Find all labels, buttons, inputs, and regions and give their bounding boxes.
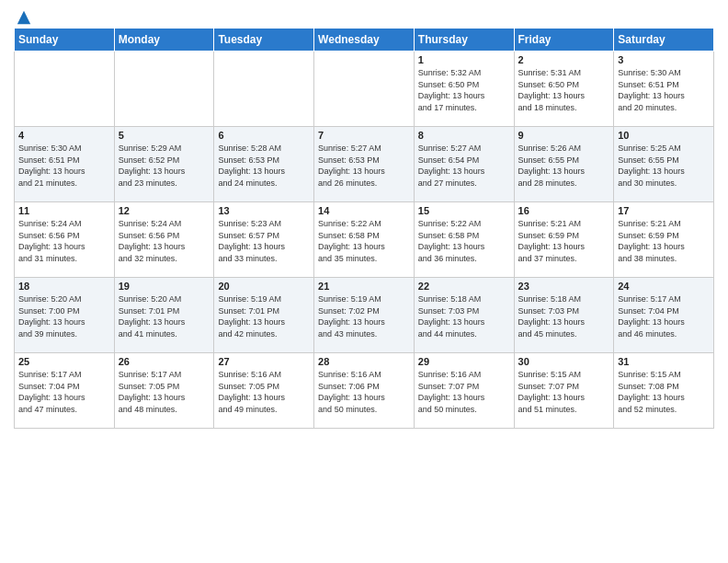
day-cell: 2Sunrise: 5:31 AM Sunset: 6:50 PM Daylig…	[514, 52, 614, 127]
day-cell: 31Sunrise: 5:15 AM Sunset: 7:08 PM Dayli…	[614, 353, 714, 429]
day-info: Sunrise: 5:20 AM Sunset: 7:00 PM Dayligh…	[18, 293, 110, 339]
day-cell: 24Sunrise: 5:17 AM Sunset: 7:04 PM Dayli…	[614, 278, 714, 353]
day-cell: 7Sunrise: 5:27 AM Sunset: 6:53 PM Daylig…	[314, 127, 415, 202]
day-cell	[314, 52, 415, 127]
logo-icon	[16, 9, 32, 26]
day-info: Sunrise: 5:22 AM Sunset: 6:58 PM Dayligh…	[418, 218, 510, 264]
day-cell: 6Sunrise: 5:28 AM Sunset: 6:53 PM Daylig…	[214, 127, 314, 202]
day-info: Sunrise: 5:18 AM Sunset: 7:03 PM Dayligh…	[418, 293, 510, 339]
day-info: Sunrise: 5:21 AM Sunset: 6:59 PM Dayligh…	[518, 218, 610, 264]
calendar-table: SundayMondayTuesdayWednesdayThursdayFrid…	[14, 28, 714, 429]
day-info: Sunrise: 5:28 AM Sunset: 6:53 PM Dayligh…	[218, 143, 310, 189]
day-number: 16	[518, 205, 610, 216]
day-info: Sunrise: 5:25 AM Sunset: 6:55 PM Dayligh…	[618, 143, 710, 189]
day-number: 14	[318, 205, 410, 216]
day-number: 5	[119, 130, 210, 141]
day-info: Sunrise: 5:17 AM Sunset: 7:04 PM Dayligh…	[18, 369, 110, 415]
day-number: 17	[618, 205, 710, 216]
day-number: 26	[119, 356, 210, 367]
header-row: SundayMondayTuesdayWednesdayThursdayFrid…	[15, 29, 714, 52]
day-cell: 26Sunrise: 5:17 AM Sunset: 7:05 PM Dayli…	[114, 353, 214, 429]
day-number: 8	[418, 130, 510, 141]
day-cell: 23Sunrise: 5:18 AM Sunset: 7:03 PM Dayli…	[514, 278, 614, 353]
header	[14, 9, 714, 22]
day-number: 11	[18, 205, 110, 216]
day-number: 19	[119, 281, 210, 292]
day-info: Sunrise: 5:17 AM Sunset: 7:04 PM Dayligh…	[618, 293, 710, 339]
day-number: 31	[618, 356, 710, 367]
day-cell: 17Sunrise: 5:21 AM Sunset: 6:59 PM Dayli…	[614, 202, 714, 278]
week-row-4: 25Sunrise: 5:17 AM Sunset: 7:04 PM Dayli…	[15, 353, 714, 429]
day-info: Sunrise: 5:16 AM Sunset: 7:07 PM Dayligh…	[418, 369, 510, 415]
day-info: Sunrise: 5:20 AM Sunset: 7:01 PM Dayligh…	[119, 293, 210, 339]
day-info: Sunrise: 5:30 AM Sunset: 6:51 PM Dayligh…	[18, 143, 110, 189]
day-cell: 13Sunrise: 5:23 AM Sunset: 6:57 PM Dayli…	[214, 202, 314, 278]
week-row-3: 18Sunrise: 5:20 AM Sunset: 7:00 PM Dayli…	[15, 278, 714, 353]
day-info: Sunrise: 5:21 AM Sunset: 6:59 PM Dayligh…	[618, 218, 710, 264]
day-info: Sunrise: 5:26 AM Sunset: 6:55 PM Dayligh…	[518, 143, 610, 189]
day-info: Sunrise: 5:18 AM Sunset: 7:03 PM Dayligh…	[518, 293, 610, 339]
day-info: Sunrise: 5:17 AM Sunset: 7:05 PM Dayligh…	[119, 369, 210, 415]
day-number: 18	[18, 281, 110, 292]
day-cell: 8Sunrise: 5:27 AM Sunset: 6:54 PM Daylig…	[414, 127, 514, 202]
logo	[14, 9, 32, 22]
day-number: 10	[618, 130, 710, 141]
svg-marker-0	[17, 11, 30, 24]
day-cell: 1Sunrise: 5:32 AM Sunset: 6:50 PM Daylig…	[414, 52, 514, 127]
day-info: Sunrise: 5:16 AM Sunset: 7:06 PM Dayligh…	[318, 369, 410, 415]
day-cell	[114, 52, 214, 127]
day-cell: 22Sunrise: 5:18 AM Sunset: 7:03 PM Dayli…	[414, 278, 514, 353]
day-number: 2	[518, 54, 610, 65]
day-cell: 9Sunrise: 5:26 AM Sunset: 6:55 PM Daylig…	[514, 127, 614, 202]
header-thursday: Thursday	[414, 29, 514, 52]
day-cell: 15Sunrise: 5:22 AM Sunset: 6:58 PM Dayli…	[414, 202, 514, 278]
day-cell: 27Sunrise: 5:16 AM Sunset: 7:05 PM Dayli…	[214, 353, 314, 429]
day-cell: 28Sunrise: 5:16 AM Sunset: 7:06 PM Dayli…	[314, 353, 415, 429]
day-number: 13	[218, 205, 310, 216]
day-cell: 30Sunrise: 5:15 AM Sunset: 7:07 PM Dayli…	[514, 353, 614, 429]
day-info: Sunrise: 5:15 AM Sunset: 7:08 PM Dayligh…	[618, 369, 710, 415]
day-info: Sunrise: 5:16 AM Sunset: 7:05 PM Dayligh…	[218, 369, 310, 415]
day-info: Sunrise: 5:32 AM Sunset: 6:50 PM Dayligh…	[418, 67, 510, 113]
day-info: Sunrise: 5:27 AM Sunset: 6:54 PM Dayligh…	[418, 143, 510, 189]
day-cell: 25Sunrise: 5:17 AM Sunset: 7:04 PM Dayli…	[15, 353, 115, 429]
day-number: 21	[318, 281, 410, 292]
week-row-1: 4Sunrise: 5:30 AM Sunset: 6:51 PM Daylig…	[15, 127, 714, 202]
day-cell: 20Sunrise: 5:19 AM Sunset: 7:01 PM Dayli…	[214, 278, 314, 353]
day-number: 9	[518, 130, 610, 141]
day-cell: 5Sunrise: 5:29 AM Sunset: 6:52 PM Daylig…	[114, 127, 214, 202]
day-info: Sunrise: 5:30 AM Sunset: 6:51 PM Dayligh…	[618, 67, 710, 113]
day-cell: 4Sunrise: 5:30 AM Sunset: 6:51 PM Daylig…	[15, 127, 115, 202]
day-info: Sunrise: 5:29 AM Sunset: 6:52 PM Dayligh…	[119, 143, 210, 189]
day-cell: 16Sunrise: 5:21 AM Sunset: 6:59 PM Dayli…	[514, 202, 614, 278]
day-number: 29	[418, 356, 510, 367]
header-tuesday: Tuesday	[214, 29, 314, 52]
day-number: 25	[18, 356, 110, 367]
day-info: Sunrise: 5:24 AM Sunset: 6:56 PM Dayligh…	[119, 218, 210, 264]
day-cell: 12Sunrise: 5:24 AM Sunset: 6:56 PM Dayli…	[114, 202, 214, 278]
day-info: Sunrise: 5:19 AM Sunset: 7:01 PM Dayligh…	[218, 293, 310, 339]
week-row-2: 11Sunrise: 5:24 AM Sunset: 6:56 PM Dayli…	[15, 202, 714, 278]
day-cell: 14Sunrise: 5:22 AM Sunset: 6:58 PM Dayli…	[314, 202, 415, 278]
day-cell: 10Sunrise: 5:25 AM Sunset: 6:55 PM Dayli…	[614, 127, 714, 202]
day-number: 28	[318, 356, 410, 367]
day-cell	[214, 52, 314, 127]
day-info: Sunrise: 5:19 AM Sunset: 7:02 PM Dayligh…	[318, 293, 410, 339]
day-info: Sunrise: 5:27 AM Sunset: 6:53 PM Dayligh…	[318, 143, 410, 189]
day-cell	[15, 52, 115, 127]
day-number: 12	[119, 205, 210, 216]
day-info: Sunrise: 5:22 AM Sunset: 6:58 PM Dayligh…	[318, 218, 410, 264]
day-number: 3	[618, 54, 710, 65]
header-monday: Monday	[114, 29, 214, 52]
day-number: 27	[218, 356, 310, 367]
day-number: 20	[218, 281, 310, 292]
calendar-page: SundayMondayTuesdayWednesdayThursdayFrid…	[0, 0, 728, 563]
day-number: 15	[418, 205, 510, 216]
day-cell: 19Sunrise: 5:20 AM Sunset: 7:01 PM Dayli…	[114, 278, 214, 353]
day-number: 7	[318, 130, 410, 141]
day-number: 6	[218, 130, 310, 141]
day-info: Sunrise: 5:23 AM Sunset: 6:57 PM Dayligh…	[218, 218, 310, 264]
day-number: 24	[618, 281, 710, 292]
day-number: 22	[418, 281, 510, 292]
header-sunday: Sunday	[15, 29, 115, 52]
